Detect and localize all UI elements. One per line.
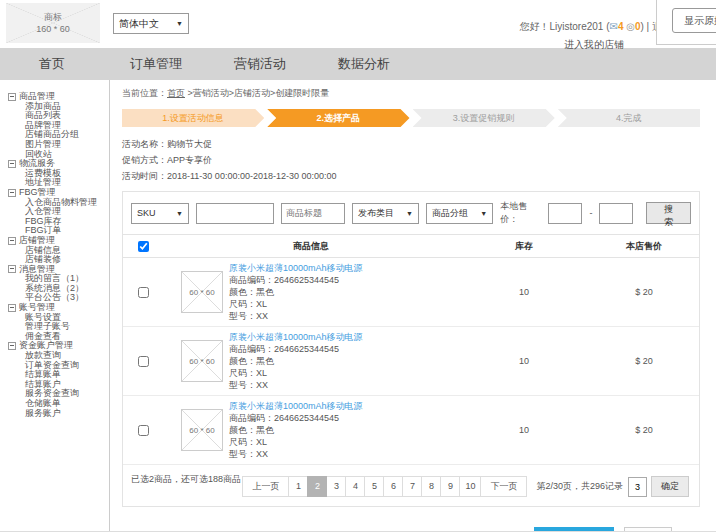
row-checkbox[interactable]: [138, 356, 149, 367]
main-content: 当前位置：首页 >营销活动>店铺活动>创建限时限量 1.设置活动信息 2.选择产…: [110, 80, 716, 532]
next-page-button[interactable]: 下一页: [480, 476, 527, 497]
nav-item-analytics[interactable]: 数据分析: [312, 48, 416, 80]
group-select[interactable]: 商品分组 ▼: [426, 203, 493, 224]
sidebar-item[interactable]: 服务账户: [0, 409, 109, 419]
keyword-input[interactable]: [196, 203, 274, 224]
activity-info: 活动名称：购物节大促 促销方式：APP专享价 活动时间：2018-11-30 0…: [122, 136, 700, 184]
enter-shop-link[interactable]: 进入我的店铺: [564, 38, 624, 52]
price-value: $ 20: [589, 356, 699, 366]
product-title-link[interactable]: 原装小米超薄10000mAh移动电源: [229, 262, 363, 274]
logo-text: 商标: [44, 11, 62, 23]
page-button[interactable]: 3: [326, 476, 346, 497]
chevron-down-icon: ▼: [406, 210, 413, 217]
table-footer: 已选2商品，还可选188商品 上一页 12345678910 下一页 第2/30…: [123, 465, 699, 506]
page-header: 商标 160 * 60 简体中文 ▼ 您好！Liyistore201 (✉4 ◎…: [0, 0, 716, 48]
collapse-icon[interactable]: [8, 160, 16, 168]
collapse-icon[interactable]: [8, 304, 16, 312]
product-size: 尺码：XL: [229, 298, 363, 310]
breadcrumb: 当前位置：首页 >营销活动>店铺活动>创建限时限量: [122, 87, 700, 100]
category-select[interactable]: 发布类目 ▼: [352, 203, 419, 224]
collapse-icon[interactable]: [8, 93, 16, 101]
user-greeting: 您好！Liyistore201 (✉4 ◎0) | 退出: [519, 20, 672, 34]
chevron-down-icon: ▼: [176, 20, 183, 27]
activity-name: 活动名称：购物节大促: [122, 136, 700, 152]
show-original-button[interactable]: 显示原始网页: [672, 8, 716, 33]
nav-item-marketing[interactable]: 营销活动: [208, 48, 312, 80]
header-price: 本店售价: [589, 240, 699, 253]
page-button[interactable]: 10: [459, 476, 481, 497]
search-button[interactable]: 搜索: [646, 202, 691, 224]
back-button[interactable]: 返回: [624, 527, 672, 532]
product-code: 商品编码：2646625344545: [229, 343, 363, 355]
logo-placeholder: 商标 160 * 60: [6, 3, 100, 43]
sidebar-nav: 商品管理添加商品商品列表品牌管理店铺商品分组图片管理回收站物流服务运费模板地址管…: [0, 80, 110, 532]
sidebar-item[interactable]: 图片管理: [0, 140, 109, 150]
page-button[interactable]: 6: [383, 476, 403, 497]
breadcrumb-prefix: 当前位置：: [122, 88, 167, 98]
product-model: 型号：XX: [229, 448, 363, 460]
product-title-link[interactable]: 原装小米超薄10000mAh移动电源: [229, 400, 363, 412]
step-1: 1.设置活动信息: [122, 109, 264, 127]
translate-overlay: 显示原始网页: [656, 0, 716, 45]
price-min-input[interactable]: [548, 203, 582, 224]
page-summary: 第2/30页，共296记录: [536, 480, 623, 493]
confirm-page-button[interactable]: 确定: [651, 476, 689, 497]
row-checkbox[interactable]: [138, 425, 149, 436]
pagination-pages: 12345678910: [289, 476, 481, 497]
page-button[interactable]: 1: [288, 476, 308, 497]
collapse-icon[interactable]: [8, 237, 16, 245]
collapse-icon[interactable]: [8, 342, 16, 350]
page-button[interactable]: 8: [421, 476, 441, 497]
mail-count[interactable]: 4: [618, 21, 624, 32]
selected-count-text: 已选2商品，还可选188商品: [131, 473, 241, 486]
price-value: $ 20: [589, 287, 699, 297]
price-range-separator: -: [589, 208, 592, 218]
table-row: 60 * 60 原装小米超薄10000mAh移动电源 商品编码：26466253…: [123, 258, 699, 327]
price-label: 本地售价：: [500, 200, 541, 226]
row-checkbox[interactable]: [138, 287, 149, 298]
filter-bar: SKU ▼ 发布类目 ▼ 商品分组 ▼ 本地售价： - 搜索: [123, 192, 699, 226]
notification-icon[interactable]: ◎: [626, 21, 635, 32]
page-button[interactable]: 2: [307, 476, 327, 497]
product-image-placeholder: 60 * 60: [181, 340, 223, 382]
page-button[interactable]: 4: [345, 476, 365, 497]
nav-item-home[interactable]: 首页: [0, 48, 104, 80]
page-button[interactable]: 5: [364, 476, 384, 497]
product-model: 型号：XX: [229, 310, 363, 322]
nav-item-orders[interactable]: 订单管理: [104, 48, 208, 80]
header-stock: 库存: [459, 240, 589, 253]
price-value: $ 20: [589, 425, 699, 435]
group-select-value: 商品分组: [432, 207, 468, 220]
activity-time: 活动时间：2018-11-30 00:00:00-2018-12-30 00:0…: [122, 168, 700, 184]
select-all-checkbox[interactable]: [138, 241, 149, 252]
pagination: 上一页 12345678910 下一页 第2/30页，共296记录 确定: [243, 476, 689, 497]
mail-icon[interactable]: ✉: [609, 21, 617, 32]
collapse-icon[interactable]: [8, 189, 16, 197]
logo-size-text: 160 * 60: [36, 23, 70, 35]
collapse-icon[interactable]: [8, 265, 16, 273]
table-row: 60 * 60 原装小米超薄10000mAh移动电源 商品编码：26466253…: [123, 396, 699, 465]
prev-page-button[interactable]: 上一页: [242, 476, 289, 497]
breadcrumb-home-link[interactable]: 首页: [167, 88, 185, 98]
next-step-button[interactable]: 下一步: [534, 527, 614, 532]
page-button[interactable]: 9: [440, 476, 460, 497]
breadcrumb-path: >营销活动>店铺活动>创建限时限量: [185, 88, 329, 98]
title-input[interactable]: [281, 203, 345, 224]
stock-value: 10: [459, 356, 589, 366]
product-size: 尺码：XL: [229, 367, 363, 379]
sku-select[interactable]: SKU ▼: [131, 203, 189, 224]
page-number-input[interactable]: [628, 477, 647, 497]
step-2: 2.选择产品: [267, 109, 409, 127]
main-nav: 首页 订单管理 营销活动 数据分析: [0, 48, 716, 80]
table-header: 商品信息 库存 本店售价: [123, 234, 699, 258]
language-select[interactable]: 简体中文 ▼: [113, 13, 189, 34]
page-button[interactable]: 7: [402, 476, 422, 497]
table-row: 60 * 60 原装小米超薄10000mAh移动电源 商品编码：26466253…: [123, 327, 699, 396]
product-title-link[interactable]: 原装小米超薄10000mAh移动电源: [229, 331, 363, 343]
image-size-label: 60 * 60: [189, 288, 214, 297]
product-size: 尺码：XL: [229, 436, 363, 448]
price-max-input[interactable]: [599, 203, 633, 224]
language-select-value: 简体中文: [119, 17, 159, 31]
product-image-placeholder: 60 * 60: [181, 409, 223, 451]
product-rows: 60 * 60 原装小米超薄10000mAh移动电源 商品编码：26466253…: [123, 258, 699, 465]
